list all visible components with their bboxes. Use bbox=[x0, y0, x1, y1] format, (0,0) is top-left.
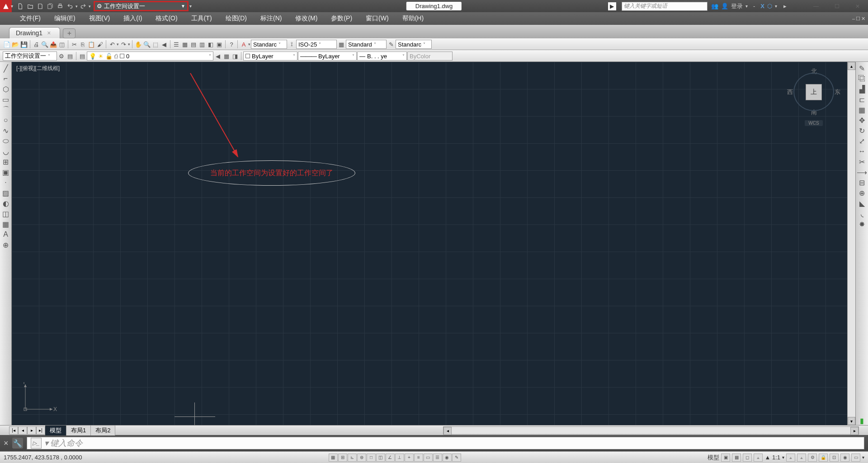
signal-icon[interactable]: ▮ bbox=[858, 416, 867, 425]
menu-file[interactable]: 文件(F) bbox=[18, 13, 42, 24]
maximize-vp-icon[interactable]: ◻ bbox=[743, 454, 752, 462]
join-icon[interactable]: ⊕ bbox=[858, 188, 867, 197]
coordinates-readout[interactable]: 1755.2407, 423.5178 , 0.0000 bbox=[4, 454, 82, 461]
horizontal-scrollbar[interactable]: ◂ ▸ bbox=[443, 426, 859, 435]
insert-icon[interactable]: ⊞ bbox=[1, 157, 10, 166]
mdi-minimize[interactable]: – bbox=[852, 16, 855, 22]
gradient-icon[interactable]: ◐ bbox=[1, 199, 10, 208]
array-icon[interactable]: ▦ bbox=[858, 105, 867, 114]
ducs-icon[interactable]: ⊥ bbox=[395, 454, 404, 462]
menu-window[interactable]: 窗口(W) bbox=[364, 13, 391, 24]
menu-format[interactable]: 格式(O) bbox=[154, 13, 179, 24]
gridmode-icon[interactable]: ⊞ bbox=[338, 454, 347, 462]
menu-draw[interactable]: 绘图(D) bbox=[224, 13, 249, 24]
dimstyle-icon[interactable]: ⟟ bbox=[288, 40, 296, 48]
login-label[interactable]: 登录 bbox=[731, 2, 743, 10]
mdi-restore[interactable]: ☐ bbox=[856, 16, 860, 22]
preview-icon[interactable]: 🔍 bbox=[41, 40, 49, 48]
explode-icon[interactable]: ✸ bbox=[858, 220, 867, 229]
annoscale-icon[interactable]: ⟁ bbox=[754, 454, 763, 462]
menu-edit[interactable]: 编辑(E) bbox=[52, 13, 77, 24]
maximize-button[interactable]: ☐ bbox=[826, 0, 847, 12]
publish-icon[interactable]: 📤 bbox=[49, 40, 57, 48]
markup-icon[interactable]: ◧ bbox=[207, 40, 215, 48]
menu-parametric[interactable]: 参数(P) bbox=[329, 13, 354, 24]
menu-help[interactable]: 帮助(H) bbox=[401, 13, 425, 24]
paste-icon[interactable]: 📋 bbox=[87, 40, 95, 48]
zoom-icon[interactable]: 🔍 bbox=[143, 40, 151, 48]
plot-icon[interactable]: 🖨 bbox=[32, 40, 40, 48]
layer-dropdown[interactable]: 💡 ☀ 🔓 ⎙ 0˅ bbox=[87, 51, 213, 61]
saveall-icon[interactable] bbox=[46, 2, 55, 11]
layer-state-icon[interactable]: ▦ bbox=[222, 52, 231, 60]
quickview-icon[interactable]: ▦ bbox=[732, 454, 741, 462]
sc-icon[interactable]: ◉ bbox=[443, 454, 452, 462]
orthomode-icon[interactable]: ⊾ bbox=[348, 454, 357, 462]
properties-icon[interactable]: ☰ bbox=[172, 40, 180, 48]
zoomwin-icon[interactable]: ⬚ bbox=[151, 40, 160, 48]
block-icon[interactable]: ▣ bbox=[1, 168, 10, 177]
layout-tab-layout1[interactable]: 布局1 bbox=[66, 426, 91, 435]
next-tab-icon[interactable]: ▸ bbox=[27, 426, 36, 435]
redo-icon[interactable]: ↷ bbox=[119, 40, 127, 48]
search-input[interactable]: 键入关键字或短语 bbox=[622, 2, 708, 11]
menu-dimension[interactable]: 标注(N) bbox=[259, 13, 283, 24]
exchange-x-icon[interactable]: X bbox=[760, 3, 764, 9]
mleaderstyle-icon[interactable]: ✎ bbox=[387, 40, 395, 48]
layer-props-icon[interactable]: ▤ bbox=[78, 52, 86, 60]
ws-settings-icon[interactable]: ⚙ bbox=[57, 52, 66, 60]
layer-iso-icon[interactable]: ◨ bbox=[231, 52, 239, 60]
annotation-scale[interactable]: ▲ 1:1 bbox=[764, 454, 780, 461]
break-icon[interactable]: ⊟ bbox=[858, 178, 867, 187]
layout-tab-layout2[interactable]: 布局2 bbox=[91, 426, 115, 435]
move-icon[interactable]: ✥ bbox=[858, 116, 867, 125]
snapmode-icon[interactable]: ▦ bbox=[329, 454, 338, 462]
stretch-icon[interactable]: ↔ bbox=[858, 147, 867, 156]
annovis-icon[interactable]: ⟁ bbox=[786, 454, 795, 462]
table-icon[interactable]: ▦ bbox=[1, 220, 10, 229]
ellipse-icon[interactable]: ⬭ bbox=[1, 136, 10, 145]
annoauto-icon[interactable]: ⟁ bbox=[797, 454, 806, 462]
designcenter-icon[interactable]: ▦ bbox=[181, 40, 189, 48]
textstyle-dropdown[interactable]: Standarc˅ bbox=[251, 40, 287, 49]
pan-icon[interactable]: ✋ bbox=[134, 40, 142, 48]
workspace-dropdown[interactable]: ⚙ 工作空间设置一 ▼ bbox=[94, 1, 189, 11]
lwt-icon[interactable]: ≡ bbox=[414, 454, 423, 462]
3dosnap-icon[interactable]: ◫ bbox=[376, 454, 385, 462]
mirror-icon[interactable]: ▟ bbox=[858, 84, 867, 94]
open-icon[interactable]: 📂 bbox=[11, 40, 19, 48]
layer-prev-icon[interactable]: ◀ bbox=[214, 52, 222, 60]
point-icon[interactable]: · bbox=[1, 178, 10, 187]
drawing-canvas[interactable]: [-][俯视][二维线框] 当前的工作空间为设置好的工作空间了 X Y 北 西 bbox=[12, 62, 847, 425]
new-icon[interactable] bbox=[16, 2, 25, 11]
redo-icon[interactable] bbox=[79, 2, 88, 11]
cut-icon[interactable]: ✂ bbox=[70, 40, 78, 48]
open-icon[interactable] bbox=[26, 2, 35, 11]
scroll-right-icon[interactable]: ▸ bbox=[850, 427, 859, 435]
cmdline-config-icon[interactable]: 🔧 bbox=[12, 438, 23, 449]
offset-icon[interactable]: ⊏ bbox=[858, 95, 867, 104]
command-input[interactable]: ▷_ ▾ 键入命令 bbox=[27, 437, 864, 449]
lock-ui-icon[interactable]: 🔒 bbox=[819, 454, 828, 462]
sheetset-icon[interactable]: ▥ bbox=[198, 40, 206, 48]
close-button[interactable]: ✕ bbox=[847, 0, 868, 12]
mdi-close[interactable]: ✕ bbox=[861, 16, 865, 22]
spline-icon[interactable]: ∿ bbox=[1, 126, 10, 135]
addselect-icon[interactable]: ⊕ bbox=[1, 240, 10, 249]
minimize-button[interactable]: — bbox=[806, 0, 826, 12]
copy-icon[interactable]: ⎘ bbox=[79, 40, 87, 48]
menu-modify[interactable]: 修改(M) bbox=[293, 13, 319, 24]
first-tab-icon[interactable]: |◂ bbox=[9, 426, 18, 435]
mleaderstyle-dropdown[interactable]: Standarc˅ bbox=[396, 40, 432, 49]
textstyle-icon[interactable]: A bbox=[240, 40, 248, 48]
polar-icon[interactable]: ⊛ bbox=[357, 454, 366, 462]
tablestyle-icon[interactable]: ▦ bbox=[337, 40, 345, 48]
menu-view[interactable]: 视图(V) bbox=[87, 13, 112, 24]
viewport-label[interactable]: [-][俯视][二维线框] bbox=[16, 65, 60, 72]
arc-icon[interactable]: ⌒ bbox=[1, 105, 10, 114]
menu-insert[interactable]: 插入(I) bbox=[122, 13, 144, 24]
scroll-down-icon[interactable]: ▾ bbox=[848, 417, 855, 425]
ws-switch-icon[interactable]: ⚙ bbox=[808, 454, 817, 462]
fillet-icon[interactable]: ◟ bbox=[858, 209, 867, 218]
trim-icon[interactable]: ✂ bbox=[858, 157, 867, 166]
